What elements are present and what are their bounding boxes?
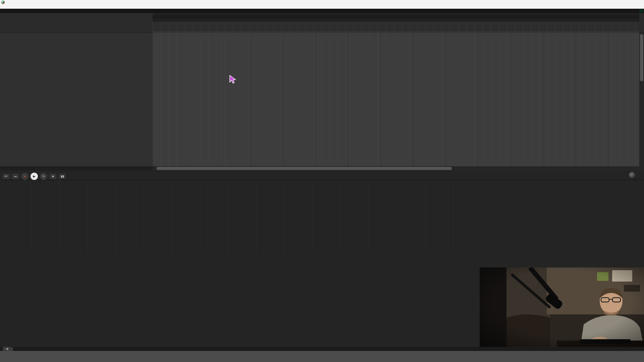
scrollbar-thumb[interactable] — [640, 34, 643, 81]
mixer-docker-tab[interactable]: ▣ — [3, 347, 13, 351]
webcam-video — [480, 267, 644, 348]
menu-bar — [0, 5, 644, 9]
timeline-ruler[interactable] — [153, 13, 639, 33]
selection-readout — [587, 172, 642, 178]
reaper-window: ⏮ ⏭ ● ▶ ↻ ■ ▮▮ — [0, 0, 644, 362]
docker-icon: ▣ — [6, 347, 9, 351]
new-tab-icon[interactable] — [0, 9, 5, 13]
playrate-knob[interactable] — [629, 172, 635, 178]
arrange-vertical-scrollbar[interactable] — [639, 33, 644, 166]
go-to-start-button[interactable]: ⏮ — [2, 173, 10, 180]
track-control-panel — [0, 33, 153, 166]
scrollbar-thumb[interactable] — [157, 167, 452, 170]
repeat-button[interactable]: ↻ — [40, 172, 48, 180]
mouse-cursor — [229, 75, 237, 84]
pause-button[interactable]: ▮▮ — [58, 173, 66, 180]
stop-button[interactable]: ■ — [49, 173, 57, 180]
arrange-horizontal-scrollbar[interactable] — [153, 166, 644, 171]
transport-bar: ⏮ ⏭ ● ▶ ↻ ■ ▮▮ — [0, 171, 644, 180]
reaper-app-icon — [1, 1, 5, 4]
marker-row[interactable] — [153, 15, 639, 19]
title-bar — [0, 0, 644, 5]
webcam-overlay — [480, 267, 644, 348]
envelope-status-line — [0, 166, 153, 171]
docker-tab-row: ▣ — [0, 347, 644, 351]
mixer-column-grid — [31, 180, 482, 253]
arrange-view[interactable] — [153, 33, 639, 166]
monitor-fx-badge[interactable] — [639, 9, 643, 13]
ruler-ticks[interactable] — [153, 22, 639, 33]
play-button[interactable]: ▶ — [30, 172, 38, 180]
project-tab-bar — [0, 9, 644, 13]
go-to-end-button[interactable]: ⏭ — [11, 173, 19, 180]
taskbar — [0, 351, 644, 362]
record-button[interactable]: ● — [21, 172, 29, 180]
